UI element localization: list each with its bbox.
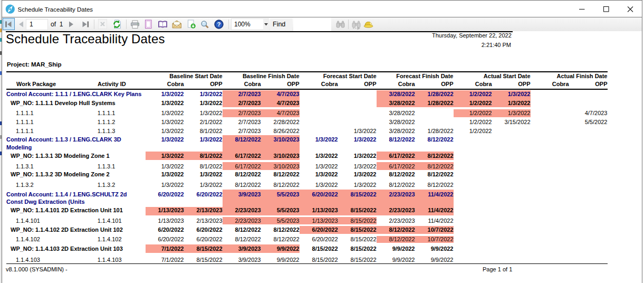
svg-text:?: ? — [217, 21, 220, 27]
